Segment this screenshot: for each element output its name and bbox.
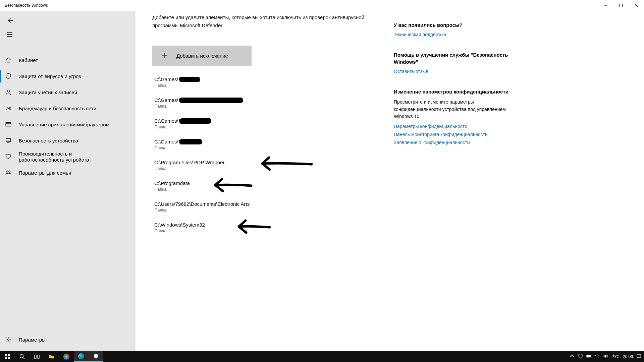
shield-icon — [5, 73, 11, 80]
privacy-text: Просмотрите и измените параметры конфиде… — [394, 99, 518, 120]
exclusion-item[interactable]: C:\Games\Папка — [152, 113, 384, 134]
privacy-heading: Изменение параметров конфиденциальности — [394, 88, 518, 95]
annotation-arrow — [256, 154, 313, 174]
exclusion-item[interactable]: C:\Windows\System32Папка — [152, 217, 384, 238]
svg-rect-4 — [6, 138, 11, 141]
svg-rect-18 — [637, 355, 641, 357]
questions-heading: У вас появились вопросы? — [394, 21, 518, 28]
sidebar-item-device-security[interactable]: Безопасность устройства — [0, 133, 136, 149]
sidebar-item-firewall[interactable]: Брандмауэр и безопасность сети — [0, 101, 136, 117]
sidebar-item-label: Производительность и работоспособность у… — [11, 151, 112, 163]
menu-button[interactable] — [0, 27, 136, 42]
exclusion-item[interactable]: C:\Users\79682\Documents\Electronic Arts… — [152, 196, 384, 217]
exclusion-path: C:\Programdata — [154, 180, 384, 186]
svg-rect-17 — [587, 355, 590, 357]
window-title: Безопасность Windows — [0, 3, 48, 8]
search-button[interactable] — [15, 351, 30, 362]
broadcast-icon — [5, 105, 11, 112]
main-area: Добавьте или удалите элементы, которые в… — [136, 11, 644, 351]
exclusion-item[interactable]: C:\Games\Папка — [152, 93, 384, 113]
exclusion-type: Папка — [154, 145, 384, 150]
redacted-text — [179, 98, 243, 103]
sidebar-item-label: Параметры для семьи — [11, 170, 71, 176]
system-tray[interactable]: РУС 20:06 — [570, 354, 644, 360]
svg-rect-3 — [6, 122, 11, 126]
sidebar-item-label: Параметры — [11, 337, 46, 343]
app-browser-icon — [5, 121, 11, 128]
family-icon — [5, 170, 11, 177]
sidebar-item-label: Безопасность устройства — [11, 138, 78, 144]
right-pane: У вас появились вопросы? Техническая под… — [394, 13, 518, 351]
exclusion-type: Папка — [154, 207, 384, 213]
svg-rect-14 — [38, 355, 39, 358]
svg-rect-13 — [35, 355, 36, 358]
svg-point-6 — [9, 171, 10, 172]
svg-point-5 — [6, 171, 8, 172]
privacy-settings-link[interactable]: Параметры конфиденциальности — [394, 124, 518, 129]
tray-notifications-icon[interactable] — [636, 354, 641, 360]
annotation-arrow — [209, 175, 253, 195]
task-view-button[interactable] — [30, 351, 44, 362]
privacy-statement-link[interactable]: Заявление о конфиденциальности — [394, 140, 518, 145]
tray-chevron-icon[interactable] — [570, 354, 575, 360]
home-icon — [5, 57, 11, 64]
exclusion-type: Папка — [154, 104, 384, 109]
start-button[interactable] — [0, 351, 15, 362]
svg-rect-10 — [5, 357, 7, 359]
close-button[interactable] — [629, 0, 644, 11]
sidebar-item-performance[interactable]: Производительность и работоспособность у… — [0, 149, 136, 165]
plus-icon — [152, 53, 176, 59]
tray-language[interactable]: РУС — [611, 354, 620, 359]
file-explorer-taskbar[interactable] — [44, 351, 59, 362]
sidebar-item-family[interactable]: Параметры для семьи — [0, 165, 136, 181]
taskbar: РУС 20:06 — [0, 351, 644, 362]
minimize-button[interactable] — [598, 0, 613, 11]
add-exclusion-label: Добавить исключение — [176, 53, 228, 59]
privacy-dashboard-link[interactable]: Панель мониторинга конфиденциальности — [394, 132, 518, 137]
svg-rect-9 — [8, 354, 10, 356]
exclusion-item[interactable]: C:\Program Files\RDP WrapperПапка — [152, 155, 384, 176]
exclusion-type: Папка — [154, 124, 384, 129]
sidebar-item-label: Кабинет — [11, 57, 38, 63]
sidebar-item-label: Защита от вирусов и угроз — [11, 73, 81, 79]
sidebar-item-virus-protection[interactable]: Защита от вирусов и угроз — [0, 68, 136, 84]
back-button[interactable] — [0, 13, 136, 27]
svg-point-7 — [8, 339, 9, 340]
windows-security-taskbar[interactable] — [89, 351, 103, 362]
sidebar-item-account-protection[interactable]: Защита учетных записей — [0, 84, 136, 101]
svg-rect-0 — [620, 4, 623, 7]
tray-volume-icon[interactable] — [603, 354, 608, 360]
exclusion-path: C:\Games\ — [154, 139, 384, 144]
help-heading: Помощь в улучшении службы "Безопасность … — [394, 51, 518, 65]
redacted-text — [179, 118, 211, 124]
add-exclusion-button[interactable]: Добавить исключение — [152, 46, 252, 66]
annotation-arrow — [233, 217, 271, 237]
tray-security-icon[interactable] — [578, 354, 583, 360]
svg-point-12 — [20, 355, 23, 358]
sidebar-item-app-browser[interactable]: Управление приложениями/браузером — [0, 117, 136, 133]
tray-battery-icon[interactable] — [586, 354, 591, 360]
exclusion-item[interactable]: C:\Games\Папка — [152, 72, 384, 93]
feedback-link[interactable]: Оставить отзыв — [394, 69, 518, 74]
tray-clock[interactable]: 20:06 — [623, 354, 633, 359]
tech-support-link[interactable]: Техническая поддержка — [394, 32, 518, 37]
chrome-taskbar[interactable] — [59, 351, 74, 362]
titlebar: Безопасность Windows — [0, 0, 644, 11]
sidebar: Кабинет Защита от вирусов и угроз Защита… — [0, 11, 136, 351]
gear-icon — [5, 337, 11, 344]
redacted-text — [179, 77, 200, 82]
exclusion-path: C:\Games\ — [154, 118, 384, 124]
sidebar-item-home[interactable]: Кабинет — [0, 52, 136, 68]
redacted-text — [179, 139, 202, 144]
maximize-button[interactable] — [613, 0, 629, 11]
edge-taskbar[interactable] — [74, 351, 89, 362]
exclusion-path: C:\Games\ — [154, 97, 384, 103]
tray-wifi-icon[interactable] — [595, 354, 600, 360]
exclusion-item[interactable]: C:\ProgramdataПапка — [152, 176, 384, 196]
page-description: Добавьте или удалите элементы, которые в… — [152, 13, 384, 29]
sidebar-item-settings[interactable]: Параметры — [0, 332, 136, 348]
exclusion-item[interactable]: C:\Games\Папка — [152, 134, 384, 155]
svg-rect-16 — [590, 356, 591, 357]
sidebar-item-label: Брандмауэр и безопасность сети — [11, 106, 96, 112]
exclusion-type: Папка — [154, 187, 384, 192]
